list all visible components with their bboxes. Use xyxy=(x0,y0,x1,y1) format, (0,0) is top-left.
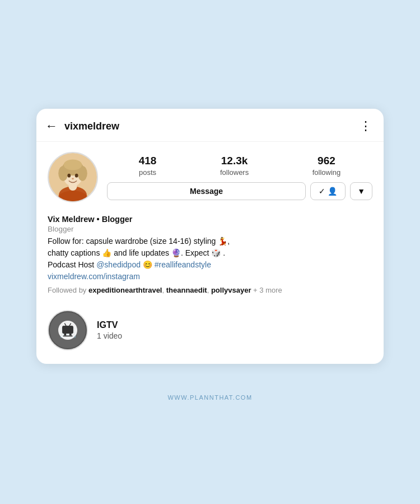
bio-section: Vix Meldrew • Blogger Blogger Follow for… xyxy=(36,209,384,301)
bio-category: Blogger xyxy=(48,225,372,233)
follower-name-2[interactable]: theannaedit xyxy=(166,286,207,294)
svg-point-10 xyxy=(75,174,78,178)
followed-by-suffix: + 3 more xyxy=(251,286,282,294)
podcast-handle-link[interactable]: @shedidpod xyxy=(96,260,141,269)
comma-1: , xyxy=(162,286,166,294)
bio-line2: chatty captions 👍 and life updates 🔮. Ex… xyxy=(48,248,225,257)
username-title: vixmeldrew xyxy=(64,121,119,132)
menu-icon[interactable]: ⋮ xyxy=(360,119,372,133)
follower-name-3[interactable]: pollyvsayer xyxy=(211,286,251,294)
igtv-thumbnail: 📺 xyxy=(48,310,88,350)
chevron-down-icon: ▼ xyxy=(357,187,365,196)
igtv-info: IGTV 1 video xyxy=(97,320,122,340)
profile-card: ← vixmeldrew ⋮ xyxy=(36,109,384,364)
followed-by: Followed by expeditionearthtravel, thean… xyxy=(48,286,372,294)
header: ← vixmeldrew ⋮ xyxy=(36,109,384,142)
stat-followers[interactable]: 12.3k followers xyxy=(220,155,249,177)
svg-rect-16 xyxy=(63,326,73,333)
comma-2: , xyxy=(207,286,211,294)
back-icon[interactable]: ← xyxy=(45,119,58,133)
bio-name: Vix Meldrew • Blogger xyxy=(48,215,372,224)
footer-url: WWW.PLANNTHAT.COM xyxy=(167,394,252,401)
svg-rect-19 xyxy=(63,335,73,336)
follower-name-1[interactable]: expeditionearthtravel xyxy=(88,286,162,294)
svg-rect-18 xyxy=(69,334,72,336)
stat-following[interactable]: 962 following xyxy=(312,155,341,177)
posts-count: 418 xyxy=(139,155,157,167)
bio-line3: Podcast Host @shedidpod 😊 #reallifeandst… xyxy=(48,260,211,269)
header-left: ← vixmeldrew xyxy=(45,119,119,133)
following-count: 962 xyxy=(318,155,335,167)
profile-section: 418 posts 12.3k followers 962 following … xyxy=(36,142,384,209)
stats-row: 418 posts 12.3k followers 962 following xyxy=(107,155,372,177)
checkmark-icon: ✓ xyxy=(319,187,325,196)
person-icon: 👤 xyxy=(328,187,337,196)
igtv-title: IGTV xyxy=(97,320,122,330)
svg-point-11 xyxy=(72,178,74,179)
followed-by-prefix: Followed by xyxy=(48,286,88,294)
message-button[interactable]: Message xyxy=(107,182,306,200)
stat-posts[interactable]: 418 posts xyxy=(139,155,157,177)
hashtag: #reallifeandstyle xyxy=(155,260,211,269)
buttons-row: Message ✓ 👤 ▼ xyxy=(107,182,372,200)
avatar xyxy=(48,152,98,202)
followers-label: followers xyxy=(220,168,249,177)
svg-point-9 xyxy=(67,174,71,178)
svg-rect-17 xyxy=(64,334,66,336)
bio-text: Follow for: capsule wardrobe (size 14-16… xyxy=(48,235,372,283)
footer: WWW.PLANNTHAT.COM xyxy=(167,386,252,418)
stats-area: 418 posts 12.3k followers 962 following … xyxy=(107,155,372,200)
igtv-item[interactable]: 📺 IGTV 1 video xyxy=(48,310,372,350)
follow-button[interactable]: ✓ 👤 xyxy=(310,182,346,200)
posts-label: posts xyxy=(139,168,156,177)
website-link[interactable]: vixmeldrew.com/instagram xyxy=(48,272,140,281)
svg-point-8 xyxy=(64,159,82,170)
followers-count: 12.3k xyxy=(221,155,248,167)
dropdown-button[interactable]: ▼ xyxy=(350,182,372,200)
profile-top: 418 posts 12.3k followers 962 following … xyxy=(48,152,372,202)
igtv-subtitle: 1 video xyxy=(97,331,122,340)
following-label: following xyxy=(312,168,341,177)
bio-line1: Follow for: capsule wardrobe (size 14-16… xyxy=(48,237,230,246)
igtv-section: 📺 IGTV 1 video xyxy=(36,301,384,364)
